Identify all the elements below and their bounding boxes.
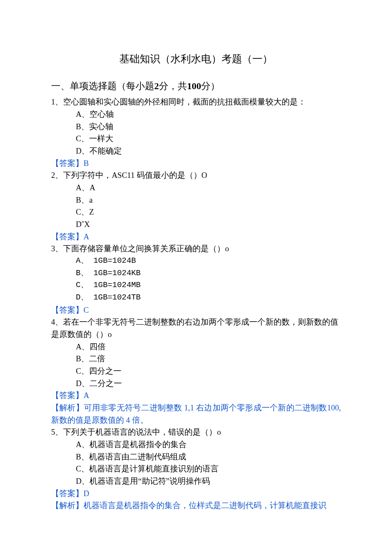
- section-prefix: 一、单项选择题（每小题: [51, 81, 154, 91]
- option-c: C、Z: [76, 206, 341, 218]
- option-d: D、 1GB=1024TB: [76, 292, 341, 304]
- answer-label: 【答案】: [51, 232, 84, 241]
- question-text: 5、下列关于机器语言的说法中，错误的是（）o: [51, 426, 341, 439]
- option-b: B、二倍: [76, 353, 341, 365]
- answer: 【答案】B: [51, 157, 341, 170]
- option-b: B、机器语言由二进制代码组成: [76, 451, 341, 463]
- q-body: 空心圆轴和实心圆轴的外径相同时，截面的抗扭截面模量较大的是：: [63, 98, 306, 106]
- question-1: 1、空心圆轴和实心圆轴的外径相同时，截面的抗扭截面模量较大的是： A、空心轴 B…: [51, 96, 341, 169]
- answer-label: 【答案】: [51, 306, 84, 314]
- option-a: A、空心轴: [76, 108, 341, 121]
- question-text: 3、下面存储容量单位之间换算关系正确的是（）o: [51, 243, 341, 255]
- option-a: A、四倍: [76, 341, 341, 353]
- question-text: 4、若在一个非零无符号二进制整数的右边加两个零形成一个新的数，则新数的值是原数值…: [51, 316, 341, 340]
- question-3: 3、下面存储容量单位之间换算关系正确的是（）o A、 1GB=1024B B、 …: [51, 243, 341, 316]
- explanation: 【解析】机器语言是机器指令的集合，位样式是二进制代码，计算机能直接识: [51, 500, 341, 512]
- option-d: D、机器语言是用“助记符”说明操作码: [76, 475, 341, 488]
- q-body: 下列字符中，ASC11 码值最小的是（）O: [63, 171, 207, 180]
- question-4: 4、若在一个非零无符号二进制整数的右边加两个零形成一个新的数，则新数的值是原数值…: [51, 316, 341, 426]
- option-d: D、不能确定: [76, 145, 341, 157]
- explain-body: 可用非零无符号二进制整数 1,1 右边加两个零形成一个新的二进制数100,新数的…: [51, 404, 341, 424]
- q-num: 3、: [51, 244, 63, 253]
- section-heading: 一、单项选择题（每小题2分，共100分）: [51, 79, 341, 93]
- answer-value: A: [84, 391, 89, 400]
- options: A、空心轴 B、实心轴 C、一样大 D、不能确定: [51, 108, 341, 157]
- answer-value: B: [84, 159, 89, 168]
- question-text: 1、空心圆轴和实心圆轴的外径相同时，截面的抗扭截面模量较大的是：: [51, 96, 341, 108]
- answer: 【答案】D: [51, 488, 341, 500]
- option-c: C、机器语言是计算机能直接识别的语言: [76, 463, 341, 475]
- q-num: 2、: [51, 171, 63, 180]
- options: A、机器语言是机器指令的集合 B、机器语言由二进制代码组成 C、机器语言是计算机…: [51, 439, 341, 488]
- options: A、 1GB=1024B B、 1GB=1024KB C、 1GB=1024MB…: [51, 255, 341, 304]
- explanation: 【解析】可用非零无符号二进制整数 1,1 右边加两个零形成一个新的二进制数100…: [51, 402, 341, 426]
- q-body: 下列关于机器语言的说法中，错误的是（）o: [63, 428, 221, 436]
- option-c: C、 1GB=1024MB: [76, 279, 341, 292]
- answer-value: D: [84, 489, 89, 498]
- answer-label: 【答案】: [51, 391, 84, 400]
- explain-label: 【解析】: [51, 501, 84, 510]
- question-5: 5、下列关于机器语言的说法中，错误的是（）o A、机器语言是机器指令的集合 B、…: [51, 426, 341, 512]
- explain-body: 机器语言是机器指令的集合，位样式是二进制代码，计算机能直接识: [84, 501, 326, 510]
- answer-label: 【答案】: [51, 489, 84, 498]
- options: A、A B、a C、Z DˆX: [51, 182, 341, 231]
- document-title: 基础知识（水利水电）考题（一）: [51, 51, 341, 67]
- question-text: 2、下列字符中，ASC11 码值最小的是（）O: [51, 169, 341, 182]
- option-c: C、一样大: [76, 133, 341, 145]
- section-suffix: 分）: [201, 81, 220, 91]
- answer-value: A: [84, 232, 89, 241]
- option-a: A、A: [76, 182, 341, 194]
- answer-label: 【答案】: [51, 159, 84, 168]
- option-b: B、实心轴: [76, 121, 341, 133]
- option-d: DˆX: [76, 218, 341, 231]
- q-body: 若在一个非零无符号二进制整数的右边加两个零形成一个新的数，则新数的值是原数值的（…: [51, 318, 338, 339]
- answer: 【答案】A: [51, 389, 341, 402]
- section-pts: 2: [154, 81, 159, 91]
- q-body: 下面存储容量单位之间换算关系正确的是（）o: [63, 244, 229, 253]
- q-num: 4、: [51, 318, 63, 326]
- question-2: 2、下列字符中，ASC11 码值最小的是（）O A、A B、a C、Z DˆX …: [51, 169, 341, 243]
- answer-value: C: [84, 306, 89, 314]
- option-a: A、 1GB=1024B: [76, 255, 341, 267]
- section-total: 100: [187, 81, 201, 91]
- option-a: A、机器语言是机器指令的集合: [76, 439, 341, 451]
- q-num: 5、: [51, 428, 63, 436]
- q-num: 1、: [51, 98, 63, 106]
- answer: 【答案】C: [51, 304, 341, 317]
- section-mid: 分，共: [159, 81, 187, 91]
- option-b: B、 1GB=1024KB: [76, 267, 341, 280]
- options: A、四倍 B、二倍 C、四分之一 D、二分之一: [51, 341, 341, 390]
- explain-label: 【解析】: [51, 404, 84, 412]
- option-d: D、二分之一: [76, 378, 341, 390]
- answer: 【答案】A: [51, 231, 341, 243]
- option-c: C、四分之一: [76, 365, 341, 378]
- option-b: B、a: [76, 194, 341, 206]
